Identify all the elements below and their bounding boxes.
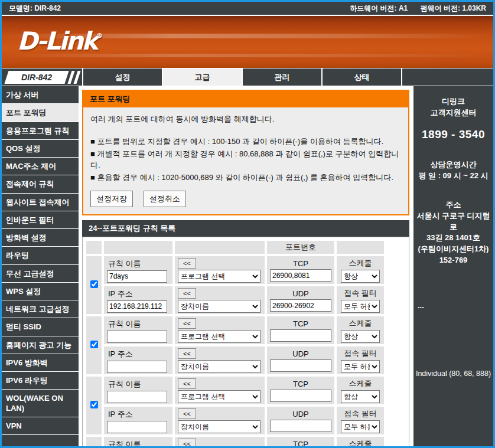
dlink-logo: D-Link® bbox=[17, 27, 103, 55]
sidebar: 가상 서버포트 포워딩응용프로그램 규칙QOS 설정MAC주소 제어접속제어 규… bbox=[2, 86, 79, 446]
schedule-select[interactable]: 항상 bbox=[341, 330, 380, 343]
sidebar-item[interactable]: VPN bbox=[2, 417, 79, 435]
schedule-cell: 스케줄 항상 bbox=[337, 437, 384, 446]
sidebar-item[interactable]: 웹사이트 접속제어 bbox=[2, 194, 79, 211]
schedule-label: 스케줄 bbox=[340, 439, 381, 446]
help-bullet: ■ 혼용할 경우 예시 : 1020-5000,689 와 같이 하이픈(-) … bbox=[90, 172, 401, 184]
rule-name-input[interactable] bbox=[107, 270, 167, 283]
device-select-cell: << 장치이름 bbox=[175, 286, 265, 314]
tcp-port-input[interactable] bbox=[270, 269, 331, 282]
tcp-port-cell: TCP bbox=[267, 316, 334, 344]
rule-enable-checkbox[interactable] bbox=[90, 280, 98, 288]
program-select[interactable]: 프로그램 선택 bbox=[178, 270, 260, 283]
sidebar-item[interactable]: 네트워크 고급설정 bbox=[2, 300, 79, 318]
rule-checkbox-cell bbox=[86, 316, 102, 374]
rule-name-label: 규칙 이름 bbox=[108, 439, 170, 446]
device-name-select[interactable]: 장치이름 bbox=[178, 360, 260, 373]
sidebar-item[interactable]: 인바운드 필터 bbox=[2, 211, 79, 229]
copy-left-button[interactable]: << bbox=[178, 439, 196, 446]
address-line: 152-769 bbox=[415, 255, 491, 266]
sidebar-item[interactable]: 홈페이지 광고 기능 bbox=[2, 336, 79, 354]
schedule-select[interactable]: 항상 bbox=[341, 270, 380, 283]
tcp-port-input[interactable] bbox=[270, 329, 331, 342]
device-name-select[interactable]: 장치이름 bbox=[178, 420, 260, 433]
access-filter-select[interactable]: 모두 허용 bbox=[341, 360, 380, 373]
access-filter-select[interactable]: 모두 허용 bbox=[341, 300, 380, 313]
copy-left-button[interactable]: << bbox=[178, 288, 196, 299]
udp-label: UDP bbox=[270, 349, 331, 358]
program-select[interactable]: 프로그램 선택 bbox=[178, 330, 260, 343]
nav-filler bbox=[401, 68, 493, 86]
access-filter-select[interactable]: 모두 허용 bbox=[341, 420, 380, 433]
udp-port-input[interactable] bbox=[270, 299, 331, 312]
tcp-port-cell: TCP bbox=[267, 377, 334, 404]
copy-left-button[interactable]: << bbox=[178, 348, 196, 359]
schedule-select[interactable]: 항상 bbox=[341, 390, 380, 403]
sidebar-item[interactable]: 가상 서버 bbox=[2, 86, 79, 104]
ip-address-input[interactable] bbox=[107, 300, 167, 313]
sidebar-item[interactable]: MAC주소 제어 bbox=[2, 158, 79, 175]
sidebar-item[interactable]: 방화벽 설정 bbox=[2, 229, 79, 247]
rule-row-top: 규칙 이름 << 프로그램 선택 TCP 스케줄 항상 bbox=[86, 316, 384, 344]
rule-checkbox-cell bbox=[86, 437, 102, 446]
program-select-cell: << 프로그램 선택 bbox=[175, 316, 265, 344]
table-header-row: 포트번호 bbox=[86, 241, 384, 254]
sidebar-item[interactable]: WOL(WAKE ON LAN) bbox=[2, 390, 79, 417]
tab-management[interactable]: 관리 bbox=[242, 68, 321, 86]
rule-name-label: 규칙 이름 bbox=[108, 379, 170, 390]
sidebar-item[interactable]: IPV6 방화벽 bbox=[2, 354, 79, 372]
rule-row-bottom: IP 주소 << 장치이름 UDP 접속 필터 모두 허용 bbox=[86, 407, 384, 434]
copy-left-button[interactable]: << bbox=[178, 258, 196, 269]
top-info-bar: 모델명: DIR-842 하드웨어 버전: A1 펌웨어 버전: 1.03KR bbox=[2, 2, 493, 15]
tcp-label: TCP bbox=[270, 259, 331, 268]
program-select[interactable]: 프로그램 선택 bbox=[178, 390, 260, 403]
copy-left-button[interactable]: << bbox=[178, 408, 196, 419]
schedule-cell: 스케줄 항상 bbox=[337, 256, 384, 284]
support-phone: 1899 - 3540 bbox=[415, 126, 491, 143]
rules-tbody: 포트번호 규칙 이름 << 프로그램 선택 TCP 스케줄 bbox=[86, 241, 384, 446]
badge-stripe bbox=[73, 71, 80, 84]
ip-address-input[interactable] bbox=[107, 421, 167, 433]
ip-address-input[interactable] bbox=[107, 361, 167, 373]
schedule-label: 스케줄 bbox=[340, 378, 381, 389]
sidebar-item[interactable]: WPS 설정 bbox=[2, 283, 79, 300]
cancel-settings-button[interactable]: 설정취소 bbox=[144, 191, 186, 207]
rule-enable-checkbox[interactable] bbox=[90, 401, 98, 408]
individual-note: Individual (80, 68, 888) bbox=[415, 368, 491, 379]
rule-enable-checkbox[interactable] bbox=[90, 341, 98, 348]
device-select-cell: << 장치이름 bbox=[175, 407, 265, 434]
rule-checkbox-cell bbox=[86, 377, 102, 434]
udp-port-cell: UDP bbox=[267, 346, 334, 374]
rule-name-input[interactable] bbox=[107, 391, 167, 403]
tab-settings[interactable]: 설정 bbox=[82, 68, 162, 86]
rule-name-input[interactable] bbox=[107, 331, 167, 343]
program-select-cell: << 프로그램 선택 bbox=[175, 377, 265, 404]
sidebar-item[interactable]: 무선 고급설정 bbox=[2, 265, 79, 283]
tab-advanced[interactable]: 고급 bbox=[162, 68, 242, 86]
tcp-port-input[interactable] bbox=[270, 390, 331, 402]
sidebar-item[interactable]: 멀티 SSID bbox=[2, 318, 79, 336]
sidebar-item[interactable]: 라우팅 bbox=[2, 247, 79, 264]
rules-table-wrap: 포트번호 규칙 이름 << 프로그램 선택 TCP 스케줄 bbox=[82, 237, 409, 446]
router-admin-page: 모델명: DIR-842 하드웨어 버전: A1 펌웨어 버전: 1.03KR … bbox=[0, 0, 495, 448]
access-filter-cell: 접속 필터 모두 허용 bbox=[337, 346, 384, 374]
udp-port-cell: UDP bbox=[267, 286, 334, 314]
address-line: 33길 28 1401호 bbox=[415, 233, 491, 244]
tab-status[interactable]: 상태 bbox=[321, 68, 401, 86]
main-content: 포트 포워딩 여러 개의 포트에 대하여 동시에 방화벽을 해제합니다. ■ 포… bbox=[79, 86, 412, 446]
copy-left-button[interactable]: << bbox=[178, 318, 196, 329]
sidebar-item[interactable]: 포트 포워딩 bbox=[2, 104, 79, 122]
ip-address-cell: IP 주소 bbox=[104, 286, 172, 314]
sidebar-item[interactable]: 접속제어 규칙 bbox=[2, 175, 79, 193]
sidebar-item[interactable]: IPV6 라우팅 bbox=[2, 372, 79, 390]
udp-port-input[interactable] bbox=[270, 359, 331, 372]
help-bullet: ■ 개별적 포트를 여러 개 지정할 경우 예시 : 80,68,888 과 같… bbox=[90, 149, 401, 171]
sidebar-item[interactable]: 응용프로그램 규칙 bbox=[2, 122, 79, 140]
device-name-select[interactable]: 장치이름 bbox=[178, 300, 260, 313]
sidebar-item[interactable]: QOS 설정 bbox=[2, 140, 79, 158]
save-settings-button[interactable]: 설정저장 bbox=[90, 191, 133, 207]
rule-row-bottom: IP 주소 << 장치이름 UDP 접속 필터 모두 허용 bbox=[86, 346, 384, 374]
ellipsis-text: ... bbox=[415, 300, 491, 312]
copy-left-button[interactable]: << bbox=[178, 378, 196, 389]
udp-port-input[interactable] bbox=[270, 420, 331, 432]
